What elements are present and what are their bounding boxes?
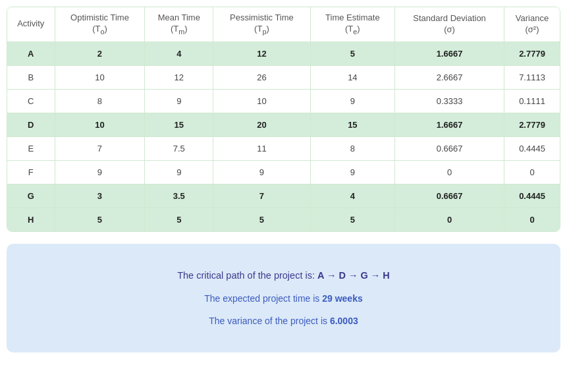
cell-value: 7 <box>213 184 310 208</box>
cell-value: 0 <box>504 160 560 184</box>
critical-path-label: The critical path of the project is: <box>177 270 317 281</box>
cell-activity: C <box>7 89 55 113</box>
cell-value: 14 <box>310 65 394 89</box>
cell-value: 0.3333 <box>395 89 504 113</box>
cell-value: 1.6667 <box>395 113 504 136</box>
cell-value: 0 <box>395 160 504 184</box>
variance-text: The variance of the project is 6.0003 <box>20 312 547 330</box>
col-activity: Activity <box>7 7 55 42</box>
expected-time-label: The expected project time is <box>204 293 322 304</box>
table-row: D101520151.66672.7779 <box>7 113 560 136</box>
cell-value: 0 <box>395 208 504 231</box>
cell-value: 4 <box>310 184 394 208</box>
col-mean: Mean Time(Tm) <box>145 7 213 42</box>
table-body: A241251.66672.7779B101226142.66677.1113C… <box>7 42 560 231</box>
cell-value: 15 <box>310 113 394 136</box>
cell-value: 3 <box>55 184 145 208</box>
cell-value: 4 <box>145 42 213 65</box>
cell-value: 15 <box>145 113 213 136</box>
cell-value: 0.4445 <box>504 136 560 160</box>
cell-value: 20 <box>213 113 310 136</box>
table-row: B101226142.66677.1113 <box>7 65 560 89</box>
critical-path-value: A → D → G → H <box>317 270 390 281</box>
table-header-row: Activity Optimistic Time(To) Mean Time(T… <box>7 7 560 42</box>
cell-value: 7.5 <box>145 136 213 160</box>
col-optimistic: Optimistic Time(To) <box>55 7 145 42</box>
expected-time-text: The expected project time is 29 weeks <box>20 289 547 308</box>
table-row: A241251.66672.7779 <box>7 42 560 65</box>
cell-activity: D <box>7 113 55 136</box>
cell-value: 0.1111 <box>504 89 560 113</box>
cell-value: 1.6667 <box>395 42 504 65</box>
cell-activity: G <box>7 184 55 208</box>
cell-value: 5 <box>213 208 310 231</box>
col-std-dev: Standard Deviation(σ) <box>395 7 504 42</box>
cell-activity: B <box>7 65 55 89</box>
pert-table-container: Activity Optimistic Time(To) Mean Time(T… <box>7 7 560 232</box>
cell-value: 7 <box>55 136 145 160</box>
cell-value: 2 <box>55 42 145 65</box>
variance-value: 6.0003 <box>330 316 358 326</box>
cell-value: 9 <box>145 89 213 113</box>
table-row: H555500 <box>7 208 560 231</box>
table-row: E77.51180.66670.4445 <box>7 136 560 160</box>
cell-value: 7.1113 <box>504 65 560 89</box>
cell-activity: F <box>7 160 55 184</box>
expected-time-value: 29 weeks <box>322 293 363 304</box>
cell-value: 0.6667 <box>395 136 504 160</box>
table-row: C891090.33330.1111 <box>7 89 560 113</box>
cell-value: 2.7779 <box>504 113 560 136</box>
cell-value: 0.6667 <box>395 184 504 208</box>
cell-value: 9 <box>213 160 310 184</box>
cell-value: 2.6667 <box>395 65 504 89</box>
cell-value: 0 <box>504 208 560 231</box>
cell-activity: E <box>7 136 55 160</box>
cell-activity: A <box>7 42 55 65</box>
cell-value: 5 <box>310 208 394 231</box>
pert-table: Activity Optimistic Time(To) Mean Time(T… <box>7 7 560 231</box>
variance-label: The variance of the project is <box>209 316 330 326</box>
col-variance: Variance(σ²) <box>504 7 560 42</box>
table-row: G33.5740.66670.4445 <box>7 184 560 208</box>
cell-value: 9 <box>310 89 394 113</box>
cell-value: 12 <box>213 42 310 65</box>
cell-value: 9 <box>55 160 145 184</box>
cell-value: 10 <box>55 113 145 136</box>
summary-box: The critical path of the project is: A →… <box>7 244 560 352</box>
cell-value: 9 <box>310 160 394 184</box>
cell-value: 26 <box>213 65 310 89</box>
cell-value: 10 <box>55 65 145 89</box>
table-row: F999900 <box>7 160 560 184</box>
cell-activity: H <box>7 208 55 231</box>
col-pessimistic: Pessimistic Time(Tp) <box>213 7 310 42</box>
cell-value: 11 <box>213 136 310 160</box>
col-estimate: Time Estimate(Te) <box>310 7 394 42</box>
cell-value: 5 <box>145 208 213 231</box>
critical-path-text: The critical path of the project is: A →… <box>20 266 547 285</box>
cell-value: 9 <box>145 160 213 184</box>
cell-value: 2.7779 <box>504 42 560 65</box>
cell-value: 8 <box>310 136 394 160</box>
cell-value: 3.5 <box>145 184 213 208</box>
cell-value: 8 <box>55 89 145 113</box>
cell-value: 5 <box>310 42 394 65</box>
cell-value: 12 <box>145 65 213 89</box>
cell-value: 10 <box>213 89 310 113</box>
cell-value: 0.4445 <box>504 184 560 208</box>
cell-value: 5 <box>55 208 145 231</box>
